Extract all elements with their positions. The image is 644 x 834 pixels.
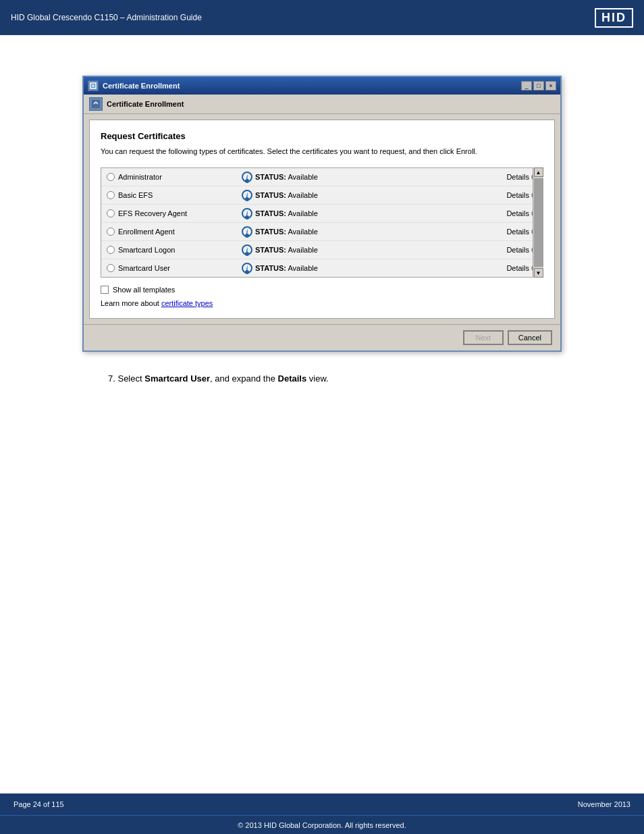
details-label: Details xyxy=(506,173,529,181)
cert-name-smartcard-logon: Smartcard Logon xyxy=(118,246,175,254)
status-text-enrollment-agent: STATUS: Available xyxy=(255,228,318,236)
hid-logo: HID xyxy=(595,8,633,28)
cert-name-efs-recovery: EFS Recovery Agent xyxy=(118,209,187,217)
footer-wrapper: Page 24 of 115 November 2013 © 2013 HID … xyxy=(0,793,644,834)
status-text-efs-recovery: STATUS: Available xyxy=(255,209,318,217)
cert-radio-administrator[interactable]: Administrator xyxy=(107,173,242,181)
learn-more-text: Learn more about xyxy=(101,299,161,307)
status-icon-enrollment-agent: i xyxy=(242,226,252,237)
cert-status-basic-efs: i STATUS: Available xyxy=(242,190,506,201)
status-icon-basic-efs: i xyxy=(242,190,252,201)
cert-status-smartcard-logon: i STATUS: Available xyxy=(242,244,506,255)
main-content: Certificate Enrollment _ □ × Certificate… xyxy=(0,35,644,426)
show-all-row: Show all templates xyxy=(101,286,543,294)
cert-name-enrollment-agent: Enrollment Agent xyxy=(118,228,175,236)
cancel-button[interactable]: Cancel xyxy=(508,330,552,345)
instruction-text1: Select xyxy=(117,373,144,384)
radio-basic-efs[interactable] xyxy=(107,191,115,199)
svg-rect-2 xyxy=(92,100,100,108)
details-label-6: Details xyxy=(506,264,529,272)
close-button[interactable]: × xyxy=(545,81,556,90)
cert-radio-smartcard-user[interactable]: Smartcard User xyxy=(107,264,242,272)
status-icon-smartcard-logon: i xyxy=(242,244,252,255)
details-label-5: Details xyxy=(506,246,529,254)
status-icon-smartcard-user: i xyxy=(242,263,252,273)
cert-row: Basic EFS i STATUS: Available Details ⚙ xyxy=(101,186,543,205)
cert-status-enrollment-agent: i STATUS: Available xyxy=(242,226,506,237)
radio-efs-recovery[interactable] xyxy=(107,209,115,217)
minimize-button[interactable]: _ xyxy=(521,81,532,90)
dialog-titlebar: Certificate Enrollment _ □ × xyxy=(84,77,560,95)
toolbar-label: Certificate Enrollment xyxy=(107,100,184,108)
footer-bottom-row: © 2013 HID Global Corporation. All right… xyxy=(0,815,644,834)
scroll-up-button[interactable]: ▲ xyxy=(534,167,543,177)
instruction-bold1: Smartcard User xyxy=(144,373,210,384)
scroll-thumb[interactable] xyxy=(534,178,543,267)
header-title: HID Global Crescendo C1150 – Administrat… xyxy=(11,13,202,22)
certificate-types-link[interactable]: certificate types xyxy=(161,299,213,307)
cert-name-smartcard-user: Smartcard User xyxy=(118,264,170,272)
status-text-smartcard-user: STATUS: Available xyxy=(255,264,318,272)
cert-row: Administrator i STATUS: Available Detail… xyxy=(101,168,543,186)
cert-row: Enrollment Agent i STATUS: Available Det… xyxy=(101,223,543,241)
learn-more: Learn more about certificate types xyxy=(101,299,543,307)
instruction: 7. Select Smartcard User, and expand the… xyxy=(41,352,603,406)
cert-list: Administrator i STATUS: Available Detail… xyxy=(101,167,543,278)
radio-administrator[interactable] xyxy=(107,173,115,181)
scroll-down-button[interactable]: ▼ xyxy=(534,268,543,278)
cert-row: Smartcard Logon i STATUS: Available Deta… xyxy=(101,241,543,259)
cert-radio-efs-recovery[interactable]: EFS Recovery Agent xyxy=(107,209,242,217)
instruction-bold2: Details xyxy=(278,373,307,384)
show-all-label: Show all templates xyxy=(113,286,175,294)
section-title: Request Certificates xyxy=(101,131,543,141)
cert-row: Smartcard User i STATUS: Available Detai… xyxy=(101,259,543,277)
cert-radio-enrollment-agent[interactable]: Enrollment Agent xyxy=(107,228,242,236)
details-label-3: Details xyxy=(506,209,529,217)
details-label-2: Details xyxy=(506,191,529,199)
cert-status-efs-recovery: i STATUS: Available xyxy=(242,208,506,219)
dialog-title-buttons: _ □ × xyxy=(521,81,556,90)
footer-copyright: © 2013 HID Global Corporation. All right… xyxy=(238,821,406,829)
cert-name-administrator: Administrator xyxy=(118,173,162,181)
dialog-window: Certificate Enrollment _ □ × Certificate… xyxy=(82,76,562,352)
dialog-title-icon xyxy=(88,80,99,91)
cert-radio-smartcard-logon[interactable]: Smartcard Logon xyxy=(107,246,242,254)
dialog-toolbar: Certificate Enrollment xyxy=(84,95,560,114)
toolbar-icon xyxy=(89,97,103,111)
cert-list-container: Administrator i STATUS: Available Detail… xyxy=(101,167,543,278)
section-desc: You can request the following types of c… xyxy=(101,147,543,157)
footer-page: Page 24 of 115 xyxy=(14,800,64,808)
cert-radio-basic-efs[interactable]: Basic EFS xyxy=(107,191,242,199)
restore-button[interactable]: □ xyxy=(533,81,544,90)
dialog-body: Request Certificates You can request the… xyxy=(89,120,555,319)
radio-smartcard-logon[interactable] xyxy=(107,246,115,254)
svg-rect-1 xyxy=(92,84,95,87)
instruction-text2: , and expand the xyxy=(210,373,277,384)
radio-enrollment-agent[interactable] xyxy=(107,228,115,236)
dialog-title-left: Certificate Enrollment xyxy=(88,80,180,91)
next-button[interactable]: Next xyxy=(463,330,504,345)
cert-name-basic-efs: Basic EFS xyxy=(118,191,153,199)
status-icon-administrator: i xyxy=(242,172,252,182)
details-label-4: Details xyxy=(506,228,529,236)
status-text-administrator: STATUS: Available xyxy=(255,173,318,181)
cert-status-smartcard-user: i STATUS: Available xyxy=(242,263,506,273)
cert-status-administrator: i STATUS: Available xyxy=(242,172,506,182)
cert-row: EFS Recovery Agent i STATUS: Available D… xyxy=(101,205,543,223)
status-text-basic-efs: STATUS: Available xyxy=(255,191,318,199)
dialog-footer: Next Cancel xyxy=(84,324,560,350)
status-text-smartcard-logon: STATUS: Available xyxy=(255,246,318,254)
step-number: 7. xyxy=(108,373,115,384)
footer-date: November 2013 xyxy=(578,800,630,808)
radio-smartcard-user[interactable] xyxy=(107,264,115,272)
dialog-title-text: Certificate Enrollment xyxy=(103,82,180,90)
show-all-checkbox[interactable] xyxy=(101,286,109,294)
instruction-text3: view. xyxy=(306,373,329,384)
scrollbar[interactable]: ▲ ▼ xyxy=(533,167,543,278)
cert-list-inner: Administrator i STATUS: Available Detail… xyxy=(101,168,543,277)
header-bar: HID Global Crescendo C1150 – Administrat… xyxy=(0,0,644,35)
status-icon-efs-recovery: i xyxy=(242,208,252,219)
footer-top-row: Page 24 of 115 November 2013 xyxy=(0,793,644,815)
